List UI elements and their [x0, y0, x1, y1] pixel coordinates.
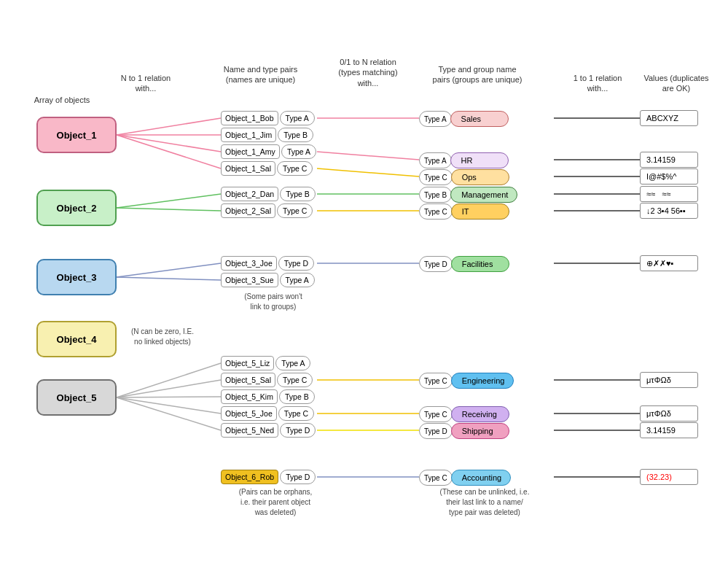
- pair-dan: Object_2_Dan Type B: [221, 186, 316, 202]
- group-accounting: Accounting: [451, 470, 511, 486]
- name-sue: Object_3_Sue: [221, 273, 278, 287]
- val-greek2: μτΦΩδ: [640, 405, 698, 422]
- group-facilities: Facilities: [451, 256, 509, 272]
- pair-liz: Object_5_Liz Type A: [221, 355, 310, 371]
- name-bob: Object_1_Bob: [221, 111, 278, 125]
- type-amy: Type A: [281, 144, 316, 159]
- name-dan: Object_2_Dan: [221, 187, 278, 201]
- tg-engineering: Type C Engineering: [419, 372, 514, 389]
- group-receiving: Receiving: [451, 406, 509, 422]
- pair-sal2: Object_2_Sal Type C: [221, 203, 313, 219]
- col3-header: Name and type pairs(names are unique): [211, 64, 310, 85]
- type-sue: Type A: [280, 273, 315, 287]
- col4-header: 0/1 to N relation(types matching)with...: [332, 57, 404, 88]
- type-rob: Type D: [280, 470, 316, 484]
- tg-hr: Type A HR: [419, 152, 509, 169]
- type-jim: Type B: [278, 128, 313, 142]
- val-pi2: 3.14159: [640, 422, 698, 438]
- svg-line-6: [117, 263, 221, 277]
- tg-it: Type C IT: [419, 203, 509, 220]
- pair-sue: Object_3_Sue Type A: [221, 272, 315, 288]
- col2-header: N to 1 relationwith...: [113, 73, 179, 94]
- object-3-box: Object_3: [36, 259, 117, 295]
- val-mixed: ↓2 3▪4 56▪▪: [640, 203, 698, 219]
- group-hr: HR: [450, 152, 509, 168]
- group-shipping: Shipping: [451, 423, 509, 439]
- val-approx: ≈≈ ≈≈: [640, 186, 698, 202]
- name-sal1: Object_1_Sal: [221, 161, 275, 176]
- type-label-shipping: Type D: [419, 423, 453, 439]
- type-label-facilities: Type D: [419, 256, 453, 272]
- name-liz: Object_5_Liz: [221, 356, 274, 370]
- pair-kim: Object_5_Kim Type B: [221, 389, 315, 405]
- type-label-ops: Type C: [419, 169, 453, 185]
- tg-ops: Type C Ops: [419, 168, 509, 186]
- type-dan: Type B: [280, 187, 316, 201]
- svg-line-12: [117, 397, 221, 430]
- type-label-it: Type C: [419, 203, 453, 220]
- val-negative: (32.23): [640, 469, 698, 485]
- pair-amy: Object_1_Amy Type A: [221, 144, 316, 160]
- note-obj4: (N can be zero, I.E.no linked objects): [122, 327, 203, 347]
- tg-sales: Type A Sales: [419, 110, 509, 128]
- col1-header: Array of objects: [22, 95, 102, 105]
- col6-header: 1 to 1 relationwith...: [565, 73, 630, 94]
- col7-header: Values (duplicatesare OK): [640, 73, 713, 94]
- svg-line-0: [117, 118, 221, 135]
- svg-line-8: [117, 363, 221, 397]
- name-amy: Object_1_Amy: [221, 144, 280, 159]
- svg-line-3: [117, 135, 221, 168]
- type-label-mgmt: Type B: [419, 187, 452, 203]
- svg-line-2: [117, 135, 221, 152]
- tg-shipping: Type D Shipping: [419, 422, 509, 440]
- name-kim: Object_5_Kim: [221, 389, 278, 404]
- val-greek1: μτΦΩδ: [640, 372, 698, 388]
- object-2-box: Object_2: [36, 190, 117, 226]
- type-label-accounting: Type C: [419, 470, 453, 486]
- tg-accounting: Type C Accounting: [419, 469, 511, 486]
- pair-joe3: Object_3_Joe Type D: [221, 255, 314, 271]
- group-it: IT: [451, 203, 509, 220]
- type-label-engineering: Type C: [419, 373, 453, 389]
- pair-jim: Object_1_Jim Type B: [221, 127, 313, 143]
- note-unlinked: (These can be unlinked, i.e.their last l…: [419, 487, 550, 518]
- val-pi: 3.14159: [640, 152, 698, 168]
- name-sal2: Object_2_Sal: [221, 203, 275, 218]
- type-sal5: Type C: [277, 373, 313, 387]
- object-1-box: Object_1: [36, 117, 117, 153]
- val-symbols2: ⊕✗✗♥▪: [640, 255, 698, 271]
- name-jim: Object_1_Jim: [221, 128, 276, 142]
- svg-line-5: [117, 208, 221, 211]
- type-label-hr: Type A: [419, 152, 452, 168]
- tg-mgmt: Type B Management: [419, 186, 517, 203]
- pair-sal5: Object_5_Sal Type C: [221, 372, 313, 388]
- pair-ned: Object_5_Ned Type D: [221, 422, 316, 438]
- note-orphan: (Pairs can be orphans,i.e. their parent …: [221, 487, 330, 518]
- name-rob: Object_6_Rob: [221, 470, 278, 484]
- pair-bob: Object_1_Bob Type A: [221, 110, 315, 126]
- tg-facilities: Type D Facilities: [419, 255, 509, 273]
- group-sales: Sales: [450, 111, 509, 127]
- svg-line-7: [117, 277, 221, 280]
- val-abcxyz: ABCXYZ: [640, 110, 698, 126]
- type-label-receiving: Type C: [419, 406, 453, 422]
- type-label-sales: Type A: [419, 111, 452, 127]
- type-sal1: Type C: [277, 161, 313, 176]
- type-joe5: Type C: [278, 406, 314, 421]
- svg-line-10: [117, 397, 221, 397]
- name-joe5: Object_5_Joe: [221, 406, 277, 421]
- group-engineering: Engineering: [451, 373, 514, 389]
- type-liz: Type A: [275, 356, 310, 370]
- svg-line-15: [317, 168, 419, 176]
- val-symbols1: I@#$%^: [640, 168, 698, 185]
- name-ned: Object_5_Ned: [221, 423, 278, 438]
- svg-line-11: [117, 397, 221, 413]
- svg-line-9: [117, 380, 221, 397]
- svg-line-14: [317, 152, 419, 160]
- pair-rob: Object_6_Rob Type D: [221, 469, 316, 485]
- pair-sal1: Object_1_Sal Type C: [221, 160, 313, 176]
- name-sal5: Object_5_Sal: [221, 373, 275, 387]
- name-joe3: Object_3_Joe: [221, 256, 277, 271]
- group-ops: Ops: [451, 169, 509, 185]
- svg-line-4: [117, 194, 221, 208]
